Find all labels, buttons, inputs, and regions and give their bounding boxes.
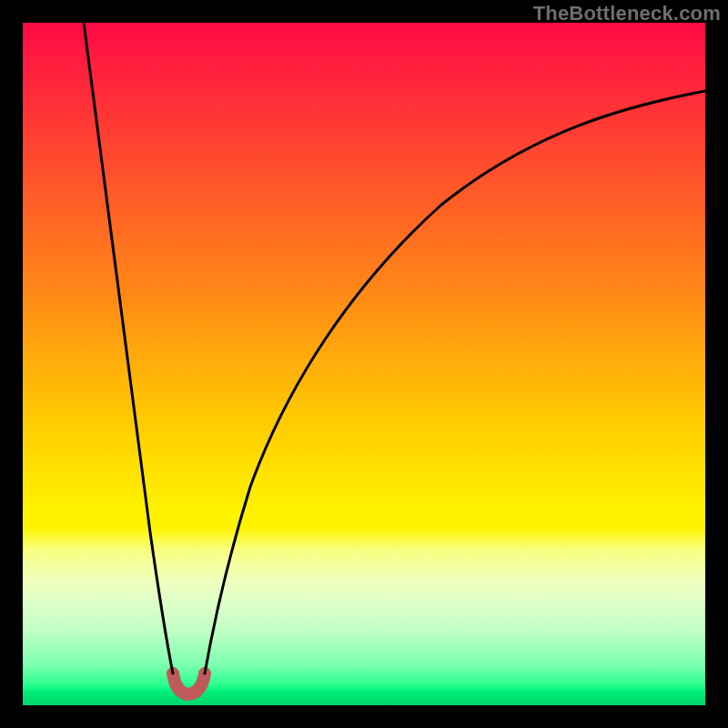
left-branch-path <box>84 23 173 673</box>
curve-layer <box>23 23 705 705</box>
chart-frame: TheBottleneck.com <box>0 0 728 728</box>
right-branch-path <box>205 91 705 673</box>
valley-marker-path <box>173 673 205 694</box>
